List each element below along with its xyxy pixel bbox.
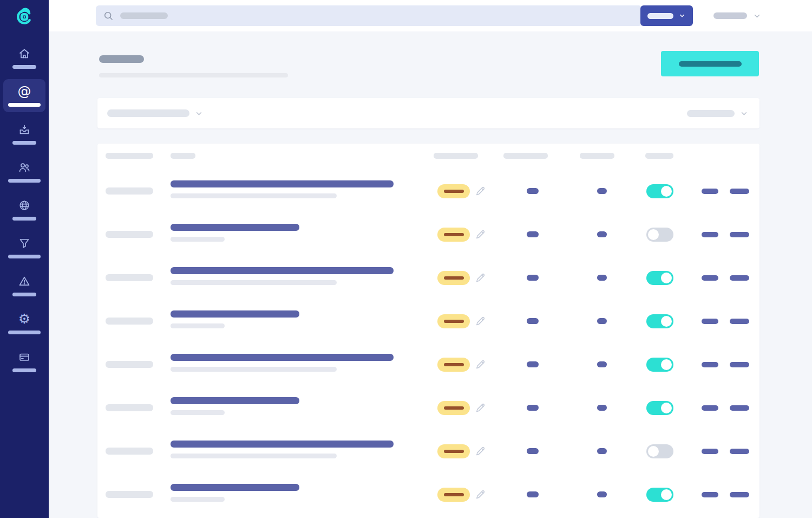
table-row — [97, 170, 759, 213]
chevron-down-icon — [194, 109, 204, 118]
action-link-1[interactable] — [702, 232, 718, 237]
inbox-download-icon — [18, 123, 31, 136]
sidebar-item-web[interactable] — [3, 193, 45, 226]
sidebar-item-home[interactable] — [3, 41, 45, 74]
sidebar-item-label — [12, 217, 36, 221]
sidebar-item-label — [8, 331, 41, 334]
edit-pencil-icon[interactable] — [474, 488, 487, 503]
filter-dropdown-left[interactable] — [107, 98, 204, 128]
primary-cta-button[interactable] — [661, 51, 759, 76]
table-row — [97, 343, 759, 386]
status-badge — [437, 314, 470, 328]
action-link-1[interactable] — [702, 189, 718, 194]
sidebar-item-filters[interactable] — [3, 231, 45, 264]
value-skeleton-1 — [527, 231, 539, 237]
action-link-1[interactable] — [702, 275, 718, 281]
action-link-2[interactable] — [730, 232, 749, 237]
enable-toggle[interactable] — [646, 444, 673, 458]
column-header-skeleton — [503, 153, 548, 159]
table-body — [97, 170, 759, 516]
action-link-2[interactable] — [730, 319, 749, 324]
enable-toggle[interactable] — [646, 314, 673, 328]
table-row — [97, 430, 759, 473]
edit-pencil-icon[interactable] — [474, 445, 487, 459]
value-skeleton-2 — [597, 231, 607, 237]
action-link-2[interactable] — [730, 189, 749, 194]
cta-label-skeleton — [679, 61, 742, 67]
search-scope-button[interactable] — [640, 5, 693, 26]
enable-toggle[interactable] — [646, 228, 673, 242]
enable-toggle[interactable] — [646, 271, 673, 285]
badge-label-skeleton — [444, 320, 464, 323]
action-link-2[interactable] — [730, 492, 749, 497]
value-skeleton-2 — [597, 448, 607, 454]
row-subtitle-skeleton — [171, 454, 337, 458]
sidebar-item-inbox[interactable] — [3, 117, 45, 150]
value-skeleton-1 — [527, 361, 539, 367]
scope-label-skeleton — [647, 13, 673, 19]
action-link-1[interactable] — [702, 492, 718, 497]
value-skeleton-1 — [527, 491, 539, 497]
enable-toggle[interactable] — [646, 358, 673, 372]
row-title-skeleton — [171, 180, 394, 187]
edit-pencil-icon[interactable] — [474, 315, 487, 329]
table-header — [97, 153, 759, 159]
action-link-1[interactable] — [702, 449, 718, 454]
badge-label-skeleton — [444, 276, 464, 280]
home-icon — [18, 47, 31, 60]
row-subtitle-skeleton — [171, 497, 225, 502]
column-header-skeleton — [106, 153, 153, 159]
edit-pencil-icon[interactable] — [474, 402, 487, 416]
card-icon — [18, 351, 31, 364]
sidebar-item-label — [12, 293, 36, 296]
value-skeleton-1 — [527, 188, 539, 194]
chevron-down-icon — [752, 11, 762, 21]
action-link-2[interactable] — [730, 405, 749, 411]
table-row — [97, 386, 759, 430]
search-input[interactable] — [96, 5, 642, 26]
row-subtitle-skeleton — [171, 367, 337, 372]
lock-at-logo[interactable] — [12, 4, 37, 29]
table-row — [97, 256, 759, 300]
enable-toggle[interactable] — [646, 184, 673, 198]
row-title-skeleton — [171, 441, 394, 448]
at-icon: @ — [18, 85, 31, 98]
sidebar-item-users[interactable] — [3, 155, 45, 188]
badge-label-skeleton — [444, 493, 464, 496]
row-id-skeleton — [106, 318, 153, 325]
badge-label-skeleton — [444, 233, 464, 236]
action-link-1[interactable] — [702, 362, 718, 367]
enable-toggle[interactable] — [646, 401, 673, 415]
status-badge — [437, 488, 470, 502]
page-title-skeleton — [99, 55, 144, 63]
chevron-down-icon — [739, 109, 749, 118]
action-link-2[interactable] — [730, 449, 749, 454]
topbar — [49, 0, 812, 31]
user-menu[interactable] — [713, 0, 762, 31]
filter-left-label-skeleton — [107, 109, 189, 117]
row-subtitle-skeleton — [171, 323, 225, 328]
action-link-2[interactable] — [730, 275, 749, 281]
sidebar-item-settings[interactable]: ⚙ — [3, 307, 45, 340]
search-placeholder-skeleton — [120, 12, 168, 19]
sidebar-item-alerts[interactable] — [3, 269, 45, 302]
sidebar-item-label — [12, 65, 36, 69]
action-link-1[interactable] — [702, 405, 718, 411]
sidebar-item-billing[interactable] — [3, 345, 45, 378]
row-subtitle-skeleton — [171, 280, 337, 285]
toggle-knob — [661, 403, 672, 413]
data-table — [97, 144, 759, 518]
filter-dropdown-right[interactable] — [687, 98, 749, 128]
edit-pencil-icon[interactable] — [474, 185, 487, 199]
alert-icon — [18, 275, 31, 288]
edit-pencil-icon[interactable] — [474, 228, 487, 243]
status-badge — [437, 444, 470, 458]
edit-pencil-icon[interactable] — [474, 271, 487, 286]
sidebar-item-mentions[interactable]: @ — [3, 79, 45, 112]
toggle-knob — [661, 489, 672, 500]
action-link-1[interactable] — [702, 319, 718, 324]
edit-pencil-icon[interactable] — [474, 358, 487, 373]
table-row — [97, 300, 759, 343]
action-link-2[interactable] — [730, 362, 749, 367]
enable-toggle[interactable] — [646, 488, 673, 502]
